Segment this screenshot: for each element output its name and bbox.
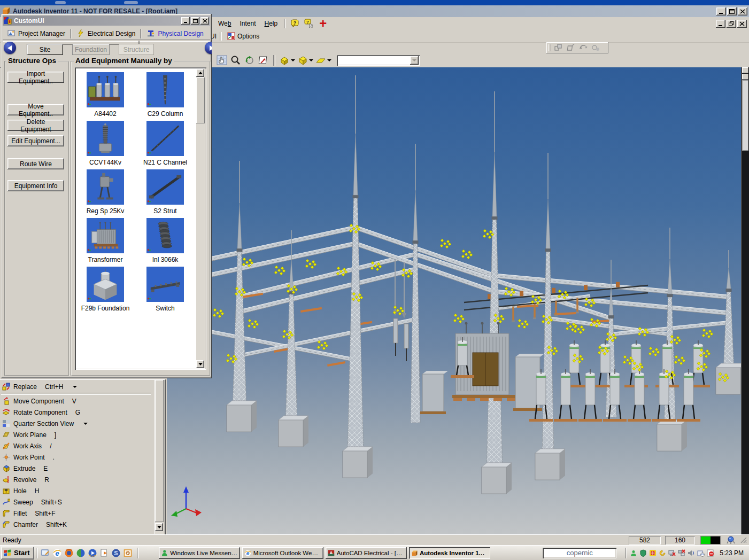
move-tool-icon[interactable] <box>567 44 576 52</box>
quicklaunch-outlook-calendar[interactable] <box>122 547 134 559</box>
equipment-item-inl-3066k[interactable]: Inl 3066k <box>136 218 194 263</box>
nav-button-site[interactable]: Site <box>27 44 63 55</box>
panel-menu-work-point[interactable]: Work Point. <box>0 452 155 463</box>
options-button[interactable]: Options <box>225 32 261 41</box>
taskbar-button-autocad-electrical-c[interactable]: AAutoCAD Electrical - [C:\... <box>326 547 407 559</box>
viewport-3d-model[interactable] <box>167 67 741 534</box>
tray-speaker-icon[interactable] <box>686 548 696 557</box>
ops-button-delete-equipment[interactable]: Delete Equipment <box>7 120 64 131</box>
tab-electrical-design[interactable]: Electrical Design <box>72 28 140 39</box>
tray-no-entry-icon[interactable] <box>706 548 715 557</box>
look-at-tool-icon[interactable] <box>257 55 271 66</box>
panel-menu-move-component[interactable]: Move ComponentV <box>0 395 155 407</box>
panel-scroll-down-button[interactable] <box>155 523 163 531</box>
mdi-restore-button[interactable] <box>727 20 736 28</box>
mdi-close-button[interactable] <box>737 20 747 28</box>
resize-grip[interactable] <box>740 536 747 544</box>
quicklaunch-spinner-s[interactable]: S <box>110 547 122 559</box>
nav-forward-button[interactable] <box>205 42 212 54</box>
panel-menu-rotate-component[interactable]: Rotate ComponentG <box>0 407 155 418</box>
menu-intent[interactable]: Intent <box>235 19 260 28</box>
equipment-item-a84402[interactable]: A84402 <box>76 72 134 118</box>
tray-shield-green-icon[interactable] <box>638 548 647 557</box>
equipment-item-f29b-foundation[interactable]: F29b Foundation <box>76 267 134 312</box>
toolbar-grip[interactable] <box>549 44 551 51</box>
settings-tool-icon[interactable] <box>591 44 600 52</box>
menu-web[interactable]: Web <box>214 19 235 28</box>
panel-menu-quarter-section-view[interactable]: Quarter Section View <box>0 418 155 429</box>
tray-person-green-icon[interactable] <box>629 548 638 557</box>
tray-sync-drive-icon[interactable] <box>696 548 705 557</box>
sketch-combobox[interactable] <box>337 55 420 66</box>
ops-button-import-equipment[interactable]: Import Equipment.. <box>7 72 64 83</box>
minimize-button[interactable] <box>716 7 726 15</box>
scrollbar-split-button[interactable] <box>742 67 748 73</box>
camera-view-dropdown[interactable] <box>296 55 314 66</box>
ops-button-move-equipment[interactable]: Move Equipment.. <box>7 104 64 115</box>
context-help-icon[interactable]: ? <box>302 18 316 29</box>
close-button[interactable] <box>738 7 747 15</box>
quicklaunch-msn[interactable] <box>75 547 87 559</box>
tray-red-app-icon[interactable] <box>648 548 657 557</box>
component-tool-icon[interactable] <box>554 44 563 52</box>
ops-button-edit-equipment[interactable]: Edit Equipment... <box>7 135 64 146</box>
viewport-scrollbar[interactable] <box>741 67 749 534</box>
equipment-item-reg-sp-25kv[interactable]: Reg Sp 25Kv <box>76 169 134 215</box>
taskbar-button-windows-live-messenger[interactable]: Windows Live Messenger <box>159 547 240 559</box>
copernic-search-input[interactable]: copernic <box>543 548 616 558</box>
dialog-maximize-button[interactable] <box>191 17 199 25</box>
sketch-plane-dropdown[interactable] <box>314 55 333 66</box>
select-tool-icon[interactable] <box>215 55 229 66</box>
equipment-item-switch[interactable]: Switch <box>136 267 194 312</box>
nav-back-button[interactable] <box>4 42 16 54</box>
red-plus-icon[interactable]: + <box>319 19 327 28</box>
orbit-tool-icon[interactable] <box>243 55 257 66</box>
panel-menu-hole[interactable]: HoleH <box>0 485 155 496</box>
equipment-scrollbar-thumb[interactable] <box>196 77 205 123</box>
tab-physical-design[interactable]: Physical Design <box>142 28 208 39</box>
undo-tool-icon[interactable] <box>579 44 588 52</box>
mdi-minimize-button[interactable] <box>716 20 725 28</box>
equipment-item-ccvt44kv[interactable]: CCVT44Kv <box>76 121 134 166</box>
tray-computer-x-icon[interactable] <box>667 548 676 557</box>
update-status-icon[interactable] <box>726 536 736 545</box>
panel-menu-sweep[interactable]: SweepShift+S <box>0 496 155 508</box>
tray-network-x-icon[interactable] <box>677 548 686 557</box>
scrollbar-split-button[interactable] <box>742 74 748 80</box>
shaded-display-dropdown[interactable] <box>278 55 296 66</box>
ops-button-equipment-info[interactable]: Equipment Info <box>7 180 64 191</box>
start-button[interactable]: Start <box>1 547 34 559</box>
taskbar-button-autodesk-inventor-11-n[interactable]: Autodesk Inventor 11 - N... <box>409 547 490 559</box>
quicklaunch-media-player[interactable] <box>87 547 98 559</box>
scrollbar-thumb[interactable] <box>742 80 748 151</box>
quicklaunch-firefox[interactable] <box>63 547 75 559</box>
quicklaunch-show-desktop[interactable] <box>40 547 51 559</box>
equipment-scroll-down-button[interactable] <box>196 360 204 368</box>
panel-menu-replace[interactable]: ReplaceCtrl+H <box>0 381 155 392</box>
equipment-item-s2-strut[interactable]: S2 Strut <box>136 169 194 215</box>
maximize-button[interactable] <box>727 7 737 15</box>
menu-help[interactable]: Help <box>260 19 282 28</box>
taskbar-button-microsoft-outlook-web-a[interactable]: eMicrosoft Outlook Web A... <box>242 547 323 559</box>
dialog-titlebar[interactable]: CustomUI <box>3 15 210 26</box>
equipment-scrollbar[interactable] <box>196 69 205 368</box>
tab-project-manager[interactable]: Project Manager <box>3 28 70 39</box>
help-topics-icon[interactable]: ? <box>288 18 302 29</box>
equipment-item-transformer[interactable]: Transformer <box>76 218 134 263</box>
equipment-item-c29-column[interactable]: C29 Column <box>136 72 194 118</box>
dialog-close-button[interactable] <box>200 17 209 25</box>
panel-menu-extrude[interactable]: ExtrudeE <box>0 463 155 474</box>
dialog-minimize-button[interactable] <box>181 17 190 25</box>
panel-scrollbar-thumb[interactable] <box>155 380 164 522</box>
equipment-scroll-up-button[interactable] <box>196 69 204 77</box>
tray-yellow-swirl-icon[interactable] <box>658 548 667 557</box>
panel-menu-chamfer[interactable]: ChamferShift+K <box>0 519 155 530</box>
quicklaunch-internet-explorer[interactable]: e <box>51 547 63 559</box>
quicklaunch-document-send[interactable] <box>98 547 110 559</box>
ops-button-route-wire[interactable]: Route Wire <box>7 158 64 169</box>
panel-menu-revolve[interactable]: RevolveR <box>0 474 155 485</box>
equipment-item-n21-c-channel[interactable]: N21 C Channel <box>136 121 194 166</box>
panel-menu-work-axis[interactable]: Work Axis/ <box>0 440 155 452</box>
zoom-tool-icon[interactable] <box>229 55 243 66</box>
panel-menu-fillet[interactable]: FilletShift+F <box>0 508 155 519</box>
